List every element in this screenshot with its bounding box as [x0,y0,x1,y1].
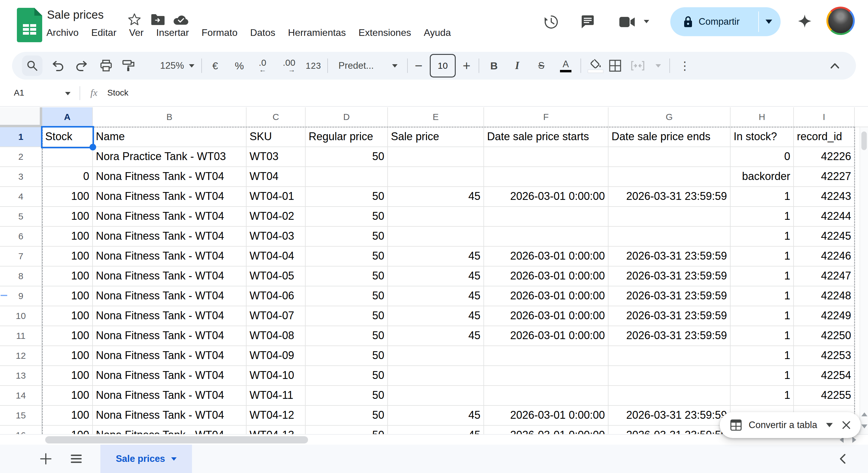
strikethrough-button[interactable]: S [538,52,545,80]
cell-G14[interactable] [609,386,731,406]
cell-G7[interactable]: 2026-03-31 23:59:59 [609,246,731,266]
row-header-16[interactable]: 16 [0,426,42,434]
print-button[interactable] [99,52,113,80]
cell-A5[interactable]: 100 [42,207,93,227]
cell-D7[interactable]: 50 [306,246,388,266]
cell-A12[interactable]: 100 [42,346,93,366]
name-box-caret-icon[interactable] [65,92,70,95]
cell-F16[interactable]: 2026-03-01 0:00:00 [484,426,609,434]
row-header-15[interactable]: 15 [0,406,42,426]
cell-F14[interactable] [484,386,609,406]
cell-F2[interactable] [484,147,609,167]
cell-A15[interactable]: 100 [42,406,93,426]
cell-G12[interactable] [609,346,731,366]
fill-handle[interactable] [90,144,96,150]
zoom-select[interactable]: 125% [160,52,184,80]
column-header-D[interactable]: D [306,107,388,127]
cell-F1[interactable]: Date sale price starts [484,127,609,147]
more-toolbar-button[interactable]: ⋮ [679,52,690,80]
cell-I2[interactable]: 42226 [794,147,855,167]
cell-D2[interactable]: 50 [306,147,388,167]
cell-E5[interactable] [388,207,484,227]
cell-B6[interactable]: Nona Fitness Tank - WT04 [93,227,247,246]
cell-G11[interactable]: 2026-03-31 23:59:59 [609,326,731,346]
cell-G5[interactable] [609,207,731,227]
cell-H2[interactable]: 0 [731,147,794,167]
cell-G10[interactable]: 2026-03-31 23:59:59 [609,306,731,326]
scroll-up-icon[interactable] [861,412,867,416]
cell-B2[interactable]: Nora Practice Tank - WT03 [93,147,247,167]
cell-A7[interactable]: 100 [42,246,93,266]
cell-A13[interactable]: 100 [42,366,93,386]
cell-B13[interactable]: Nona Fitness Tank - WT04 [93,366,247,386]
cell-C7[interactable]: WT04-04 [247,246,306,266]
sheet-tab-caret-icon[interactable] [171,457,177,461]
format-percent-button[interactable]: % [235,52,244,80]
column-header-C[interactable]: C [247,107,306,127]
cell-D9[interactable]: 50 [306,286,388,306]
decrease-font-size-button[interactable]: − [415,52,423,80]
cell-B3[interactable]: Nona Fitness Tank - WT04 [93,167,247,187]
cell-G16[interactable]: 2026-03-31 23:59:59 [609,426,731,434]
cell-C5[interactable]: WT04-02 [247,207,306,227]
fill-color-button[interactable] [588,52,603,80]
font-size-input[interactable]: 10 [430,52,456,80]
cell-E3[interactable] [388,167,484,187]
cell-F4[interactable]: 2026-03-01 0:00:00 [484,187,609,207]
row-header-3[interactable]: 3 [0,167,42,187]
row-header-1[interactable]: 1 [0,127,42,147]
menu-extensiones[interactable]: Extensiones [359,27,411,38]
cell-E15[interactable]: 45 [388,406,484,426]
cell-I6[interactable]: 42245 [794,227,855,246]
cell-I11[interactable]: 42250 [794,326,855,346]
select-all-corner[interactable] [0,107,42,127]
row-header-10[interactable]: 10 [0,306,42,326]
row-header-12[interactable]: 12 [0,346,42,366]
video-call-icon[interactable] [619,16,635,28]
menu-datos[interactable]: Datos [250,27,276,38]
cell-I14[interactable]: 42255 [794,386,855,406]
add-sheet-button[interactable] [39,445,52,473]
cell-C1[interactable]: SKU [247,127,306,147]
share-caret-icon[interactable] [766,20,772,24]
scroll-right-icon[interactable] [852,437,856,443]
cell-C11[interactable]: WT04-08 [247,326,306,346]
cell-A6[interactable]: 100 [42,227,93,246]
cell-D15[interactable]: 50 [306,406,388,426]
number-format-button[interactable]: 123 [306,52,321,80]
cell-E10[interactable]: 45 [388,306,484,326]
cell-F3[interactable] [484,167,609,187]
cell-H10[interactable]: 1 [731,306,794,326]
cell-H11[interactable]: 1 [731,326,794,346]
cell-B8[interactable]: Nona Fitness Tank - WT04 [93,266,247,286]
cell-D14[interactable]: 50 [306,386,388,406]
cell-C4[interactable]: WT04-01 [247,187,306,207]
convert-to-table-caret-icon[interactable] [826,423,833,427]
cell-D1[interactable]: Regular price [306,127,388,147]
cloud-saved-icon[interactable] [173,14,189,25]
menu-herramientas[interactable]: Herramientas [288,27,346,38]
row-header-6[interactable]: 6 [0,227,42,246]
cell-A1[interactable]: Stock [42,127,93,147]
cell-B14[interactable]: Nona Fitness Tank - WT04 [93,386,247,406]
cell-A8[interactable]: 100 [42,266,93,286]
cell-H1[interactable]: In stock? [731,127,794,147]
cell-E12[interactable] [388,346,484,366]
merge-cells-caret-icon[interactable] [655,52,661,80]
column-header-B[interactable]: B [93,107,247,127]
row-header-13[interactable]: 13 [0,366,42,386]
cell-G2[interactable] [609,147,731,167]
cell-A11[interactable]: 100 [42,326,93,346]
row-header-7[interactable]: 7 [0,246,42,266]
cell-D8[interactable]: 50 [306,266,388,286]
cell-E1[interactable]: Sale price [388,127,484,147]
cell-B11[interactable]: Nona Fitness Tank - WT04 [93,326,247,346]
cell-E7[interactable]: 45 [388,246,484,266]
cell-C13[interactable]: WT04-10 [247,366,306,386]
cell-H3[interactable]: backorder [731,167,794,187]
cell-F6[interactable] [484,227,609,246]
decrease-decimals-button[interactable]: .0← [258,52,266,80]
version-history-icon[interactable] [544,14,559,30]
cell-F13[interactable] [484,366,609,386]
cell-B7[interactable]: Nona Fitness Tank - WT04 [93,246,247,266]
